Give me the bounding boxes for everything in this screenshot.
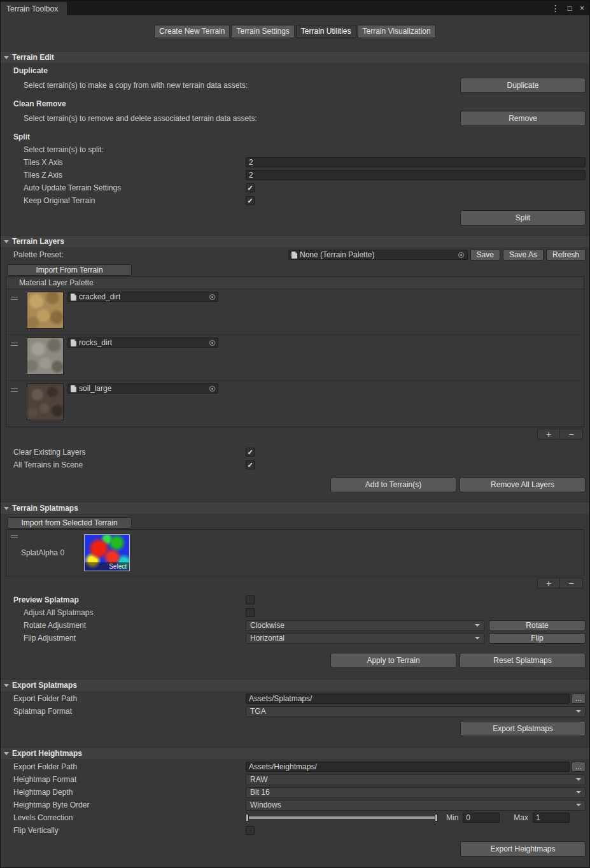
- menu-icon[interactable]: ⋮: [551, 4, 560, 13]
- chevron-down-icon: [576, 791, 581, 793]
- export-splatmaps-foldout[interactable]: Export Splatmaps: [1, 679, 589, 691]
- auto-update-label: Auto Update Terrain Settings: [1, 183, 246, 192]
- levels-correction-slider[interactable]: [246, 814, 438, 822]
- remove-all-layers-button[interactable]: Remove All Layers: [460, 477, 586, 492]
- splatmap-format-dropdown[interactable]: TGA: [246, 706, 586, 717]
- section-title: Export Splatmaps: [12, 681, 77, 690]
- remove-button[interactable]: Remove: [460, 111, 586, 126]
- duplicate-heading: Duplicate: [1, 66, 246, 75]
- list-header-label: Material Layer Palette: [19, 278, 94, 287]
- all-terrains-in-scene-label: All Terrains in Scene: [1, 460, 246, 469]
- layer-object-field[interactable]: soil_large: [67, 383, 218, 394]
- tab-create-new-terrain[interactable]: Create New Terrain: [154, 25, 230, 38]
- adjust-all-splatmaps-checkbox[interactable]: [246, 608, 255, 617]
- refresh-button[interactable]: Refresh: [546, 249, 586, 260]
- object-picker-icon[interactable]: [206, 338, 218, 347]
- apply-to-terrain-button[interactable]: Apply to Terrain: [330, 653, 456, 668]
- material-layer-palette-header: Material Layer Palette: [6, 277, 584, 289]
- heightmap-format-dropdown[interactable]: RAW: [246, 774, 586, 785]
- tab-terrain-settings[interactable]: Terrain Settings: [231, 25, 294, 38]
- splatmap-format-label: Splatmap Format: [1, 707, 246, 716]
- auto-update-checkbox[interactable]: [246, 183, 255, 192]
- tab-terrain-visualization[interactable]: Terrain Visualization: [358, 25, 436, 38]
- rotate-button[interactable]: Rotate: [489, 620, 586, 631]
- object-picker-icon[interactable]: [206, 384, 218, 393]
- flip-button[interactable]: Flip: [489, 633, 586, 644]
- slider-max-handle[interactable]: [435, 814, 438, 822]
- export-splatmaps-button[interactable]: Export Splatmaps: [460, 721, 586, 736]
- object-picker-icon[interactable]: [206, 292, 218, 301]
- import-from-terrain-button[interactable]: Import From Terrain: [7, 264, 132, 276]
- heightmap-depth-dropdown[interactable]: Bit 16: [246, 787, 586, 798]
- terrain-layers-foldout[interactable]: Terrain Layers: [1, 235, 589, 247]
- levels-correction-label: Levels Correction: [1, 813, 246, 822]
- tiles-x-input[interactable]: [246, 157, 586, 167]
- rotate-adjustment-dropdown[interactable]: Clockwise: [246, 620, 484, 631]
- levels-min-input[interactable]: [463, 813, 500, 823]
- rotate-adjustment-label: Rotate Adjustment: [1, 621, 246, 630]
- section-title: Terrain Edit: [12, 53, 54, 62]
- split-heading: Split: [1, 132, 246, 141]
- section-title: Terrain Layers: [12, 237, 64, 246]
- window-tab-terrain-toolbox[interactable]: Terrain Toolbox: [1, 2, 67, 15]
- terrain-splatmaps-foldout[interactable]: Terrain Splatmaps: [1, 502, 589, 514]
- layer-object-field[interactable]: rocks_dirt: [67, 338, 218, 348]
- main-tabbar: Create New Terrain Terrain Settings Terr…: [1, 15, 589, 43]
- drag-handle-icon[interactable]: [11, 297, 18, 300]
- remove-layer-button[interactable]: −: [560, 429, 582, 439]
- browse-folder-button[interactable]: ...: [572, 694, 586, 704]
- tiles-z-label: Tiles Z Axis: [1, 171, 246, 180]
- splatmap-export-folder-input[interactable]: [246, 694, 570, 704]
- heightmap-export-folder-input[interactable]: [246, 762, 570, 772]
- titlebar: Terrain Toolbox ⋮ □ ×: [1, 1, 589, 15]
- layer-thumbnail-cracked-dirt[interactable]: [27, 292, 64, 329]
- levels-max-input[interactable]: [533, 813, 570, 823]
- browse-folder-button[interactable]: ...: [572, 762, 586, 772]
- preview-splatmap-checkbox[interactable]: [246, 595, 255, 604]
- drag-handle-icon[interactable]: [11, 343, 18, 346]
- layer-object-field[interactable]: cracked_dirt: [67, 292, 218, 302]
- palette-preset-field[interactable]: None (Terrain Palette): [288, 250, 468, 260]
- select-overlay-label[interactable]: Select: [85, 562, 129, 571]
- add-splatmap-button[interactable]: +: [538, 578, 560, 588]
- reset-splatmaps-button[interactable]: Reset Splatmaps: [460, 653, 586, 668]
- palette-preset-value: None (Terrain Palette): [300, 250, 374, 259]
- save-as-button[interactable]: Save As: [503, 249, 544, 260]
- keep-original-label: Keep Original Terrain: [1, 196, 246, 205]
- add-to-terrains-button[interactable]: Add to Terrain(s): [330, 477, 456, 492]
- chevron-down-icon: [475, 624, 480, 627]
- export-heightmaps-foldout[interactable]: Export Heightmaps: [1, 747, 589, 759]
- duplicate-button[interactable]: Duplicate: [460, 78, 586, 93]
- tiles-z-input[interactable]: [246, 170, 586, 180]
- remove-splatmap-button[interactable]: −: [560, 578, 582, 588]
- foldout-icon: [4, 752, 9, 755]
- layer-thumbnail-soil-large[interactable]: [27, 383, 64, 420]
- heightmap-byte-order-dropdown[interactable]: Windows: [246, 800, 586, 811]
- maximize-icon[interactable]: □: [568, 4, 572, 12]
- import-from-selected-terrain-button[interactable]: Import from Selected Terrain: [7, 517, 132, 529]
- heightmap-byte-order-label: Heightmap Byte Order: [1, 800, 246, 809]
- splatmap-thumbnail[interactable]: Select: [84, 534, 130, 571]
- slider-track[interactable]: [249, 816, 435, 819]
- section-title: Terrain Splatmaps: [12, 504, 78, 513]
- add-layer-button[interactable]: +: [538, 429, 560, 439]
- all-terrains-in-scene-checkbox[interactable]: [246, 460, 255, 469]
- list-add-remove-bar: + −: [537, 578, 583, 588]
- object-picker-icon[interactable]: [456, 250, 467, 259]
- clear-existing-layers-checkbox[interactable]: [246, 448, 255, 457]
- close-icon[interactable]: ×: [580, 4, 584, 12]
- keep-original-checkbox[interactable]: [246, 196, 255, 205]
- flip-adjustment-dropdown[interactable]: Horizontal: [246, 633, 484, 644]
- drag-handle-icon[interactable]: [11, 535, 18, 538]
- split-button[interactable]: Split: [460, 210, 586, 225]
- drag-handle-icon[interactable]: [11, 388, 18, 392]
- flip-vertically-checkbox[interactable]: [246, 826, 255, 835]
- export-heightmaps-button[interactable]: Export Heightmaps: [460, 841, 586, 857]
- flip-vertically-label: Flip Vertically: [1, 826, 246, 835]
- terrain-edit-foldout[interactable]: Terrain Edit: [1, 51, 589, 63]
- layer-thumbnail-rocks-dirt[interactable]: [27, 338, 64, 374]
- material-layer-palette-list: Material Layer Palette cracked_dirt rock…: [6, 276, 584, 427]
- heightmap-depth-value: Bit 16: [250, 788, 270, 797]
- tab-terrain-utilities[interactable]: Terrain Utilities: [296, 25, 356, 38]
- save-button[interactable]: Save: [470, 249, 500, 260]
